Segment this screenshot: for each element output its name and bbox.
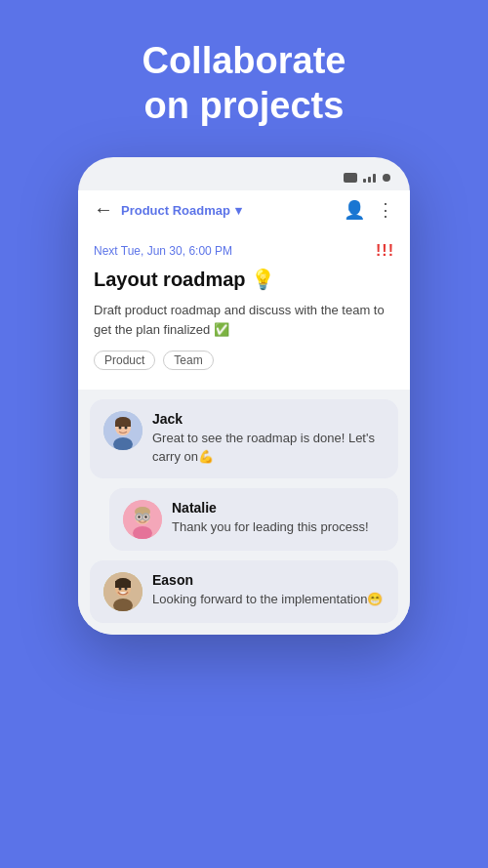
comment-eason: Eason Looking forward to the implementat… <box>90 560 398 623</box>
comment-text-natalie: Thank you for leading this process! <box>172 518 369 537</box>
svg-rect-4 <box>115 422 131 427</box>
avatar-jack <box>103 411 142 450</box>
app-bar: ← Product Roadmap ▾ 👤 ⋮ <box>78 190 410 230</box>
task-description: Draft product roadmap and discuss with t… <box>94 301 394 339</box>
status-bar <box>78 173 410 190</box>
svg-point-15 <box>144 516 146 517</box>
comment-natalie: Natalie Thank you for leading this proce… <box>109 488 398 551</box>
hero-title: Collaborate on projects <box>142 39 346 128</box>
svg-point-14 <box>138 516 140 517</box>
task-date: Next Tue, Jun 30, 6:00 PM <box>94 244 232 258</box>
priority-indicator: !!! <box>376 242 394 260</box>
phone-mockup: ← Product Roadmap ▾ 👤 ⋮ Next Tue, Jun 30… <box>78 157 410 635</box>
app-bar-icons: 👤 ⋮ <box>344 199 394 221</box>
avatar-natalie <box>123 500 162 539</box>
svg-point-21 <box>119 587 122 590</box>
svg-point-22 <box>125 587 128 590</box>
svg-rect-20 <box>115 581 131 588</box>
comment-body-eason: Eason Looking forward to the implementat… <box>152 572 383 609</box>
app-bar-title: Product Roadmap ▾ <box>121 200 336 220</box>
avatar-eason <box>103 572 142 611</box>
wifi-icon <box>363 173 377 183</box>
task-content: Next Tue, Jun 30, 6:00 PM !!! Layout roa… <box>78 230 410 390</box>
back-button[interactable]: ← <box>94 198 113 221</box>
task-title: Layout roadmap 💡 <box>94 268 394 291</box>
comment-body-natalie: Natalie Thank you for leading this proce… <box>172 500 369 537</box>
task-date-row: Next Tue, Jun 30, 6:00 PM !!! <box>94 242 394 260</box>
person-icon[interactable]: 👤 <box>344 199 365 221</box>
svg-point-5 <box>119 427 122 430</box>
signal-icon <box>383 174 390 182</box>
comment-body-jack: Jack Great to see the roadmap is done! L… <box>152 411 385 467</box>
comment-text-jack: Great to see the roadmap is done! Let's … <box>152 430 385 467</box>
comment-name-natalie: Natalie <box>172 500 369 516</box>
more-options-icon[interactable]: ⋮ <box>377 199 394 221</box>
comment-jack: Jack Great to see the roadmap is done! L… <box>90 399 398 478</box>
comment-text-eason: Looking forward to the implementation😁 <box>152 591 383 609</box>
tag-product[interactable]: Product <box>94 351 155 370</box>
tag-list: Product Team <box>94 351 394 370</box>
battery-icon <box>344 173 357 183</box>
comments-section: Jack Great to see the roadmap is done! L… <box>78 390 410 635</box>
comment-name-eason: Eason <box>152 572 383 588</box>
tag-team[interactable]: Team <box>163 351 213 370</box>
svg-point-6 <box>125 427 128 430</box>
comment-name-jack: Jack <box>152 411 385 427</box>
